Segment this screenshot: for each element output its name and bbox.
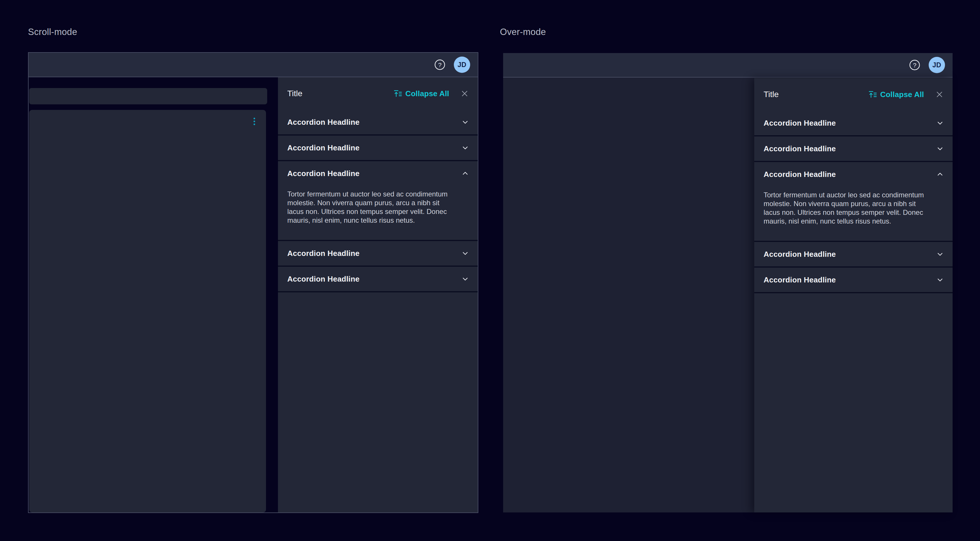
collapse-all-button[interactable]: Collapse All: [393, 89, 449, 98]
chevron-up-icon: [461, 170, 469, 177]
chevron-down-icon: [936, 251, 944, 258]
collapse-all-button[interactable]: Collapse All: [868, 90, 924, 99]
accordion-item: Accordion Headline: [278, 110, 478, 136]
accordion-label: Accordion Headline: [287, 274, 360, 284]
accordion-label: Accordion Headline: [764, 170, 836, 179]
accordion-header[interactable]: Accordion Headline: [278, 110, 478, 134]
accordion-label: Accordion Headline: [764, 119, 836, 128]
chevron-down-icon: [936, 276, 944, 284]
kebab-icon: [253, 117, 256, 126]
avatar[interactable]: JD: [929, 57, 945, 73]
toolbar-card: [29, 88, 267, 104]
app-header: ? JD: [29, 53, 478, 77]
close-icon: [935, 90, 944, 99]
collapse-all-label: Collapse All: [880, 90, 924, 99]
window-over-mode: ? JD Title Collapse All: [503, 53, 953, 512]
help-button[interactable]: ?: [909, 59, 921, 71]
accordion-header[interactable]: Accordion Headline: [754, 111, 953, 135]
question-icon: ?: [434, 59, 445, 70]
chevron-down-icon: [461, 118, 469, 126]
accordion-list: Accordion Headline Accordion Headline Ac…: [754, 111, 953, 512]
accordion-label: Accordion Headline: [764, 276, 836, 284]
chevron-down-icon: [461, 275, 469, 283]
accordion-item: Accordion Headline: [278, 241, 478, 267]
svg-text:?: ?: [913, 62, 916, 68]
accordion-item: Accordion Headline: [754, 242, 953, 268]
accordion-item: Accordion Headline: [278, 267, 478, 292]
close-panel-button[interactable]: [460, 89, 469, 98]
accordion-item: Accordion Headline: [754, 111, 953, 136]
accordion-header[interactable]: Accordion Headline: [754, 268, 953, 292]
chevron-down-icon: [936, 145, 944, 152]
app-header: ? JD: [503, 53, 953, 78]
close-icon: [460, 89, 469, 98]
svg-text:?: ?: [438, 62, 442, 68]
accordion-body: Tortor fermentum ut auctor leo sed ac co…: [754, 187, 937, 241]
chevron-down-icon: [461, 144, 469, 152]
mode-label-over: Over-mode: [500, 27, 546, 37]
accordion-item: Accordion Headline: [278, 136, 478, 161]
accordion-item-expanded: Accordion Headline Tortor fermentum ut a…: [278, 161, 478, 241]
content-card: [29, 110, 266, 512]
accordion-label: Accordion Headline: [764, 144, 836, 153]
chevron-up-icon: [936, 171, 944, 178]
chevron-down-icon: [461, 249, 469, 257]
question-icon: ?: [909, 59, 920, 71]
panel-header: Title Collapse All: [278, 77, 478, 110]
help-button[interactable]: ?: [434, 59, 445, 71]
window-scroll-mode: ? JD Title: [28, 52, 478, 513]
collapse-all-icon: [868, 90, 877, 99]
accordion-list: Accordion Headline Accordion Headline Ac…: [278, 110, 478, 512]
accordion-item: Accordion Headline: [754, 136, 953, 162]
accordion-label: Accordion Headline: [287, 169, 360, 178]
accordion-label: Accordion Headline: [764, 250, 836, 259]
side-panel-overlay: Title Collapse All: [754, 78, 953, 512]
accordion-header[interactable]: Accordion Headline: [278, 267, 478, 291]
panel-title: Title: [287, 89, 393, 98]
mode-label-scroll: Scroll-mode: [28, 27, 77, 37]
accordion-header[interactable]: Accordion Headline: [278, 136, 478, 160]
accordion-header[interactable]: Accordion Headline: [754, 242, 953, 267]
accordion-label: Accordion Headline: [287, 249, 360, 258]
close-panel-button[interactable]: [934, 89, 944, 99]
panel-title: Title: [764, 90, 868, 99]
accordion-header[interactable]: Accordion Headline: [754, 162, 953, 187]
avatar[interactable]: JD: [454, 57, 470, 73]
accordion-header[interactable]: Accordion Headline: [754, 136, 953, 161]
accordion-body: Tortor fermentum ut auctor leo sed ac co…: [278, 186, 461, 240]
collapse-all-label: Collapse All: [406, 89, 449, 98]
accordion-item: Accordion Headline: [754, 268, 953, 293]
window-body: Title Collapse All: [29, 77, 478, 512]
side-panel: Title Collapse All: [278, 77, 478, 512]
collapse-all-icon: [393, 89, 402, 98]
chevron-down-icon: [936, 119, 944, 127]
accordion-item-expanded: Accordion Headline Tortor fermentum ut a…: [754, 162, 953, 242]
accordion-label: Accordion Headline: [287, 118, 360, 127]
kebab-menu-button[interactable]: [251, 116, 258, 127]
content-area: [29, 77, 278, 512]
accordion-label: Accordion Headline: [287, 143, 360, 152]
accordion-header[interactable]: Accordion Headline: [278, 161, 478, 186]
accordion-header[interactable]: Accordion Headline: [278, 241, 478, 265]
panel-header: Title Collapse All: [754, 78, 953, 111]
